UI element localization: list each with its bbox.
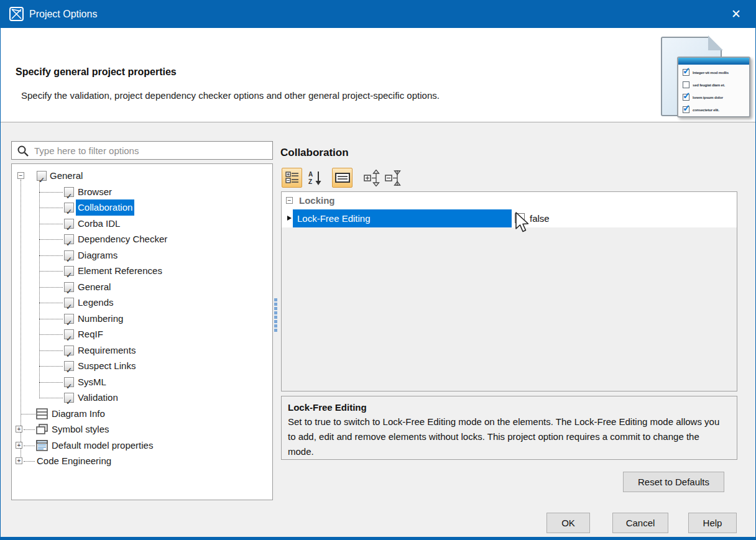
options-tree: − ✓ General ✓ Browser ✓ Collaboration ✓ …: [11, 163, 273, 500]
diagram-info-icon: [36, 408, 48, 419]
options-illustration: ✓ Integer-vit mod mollis sed feugiat dia…: [657, 32, 752, 120]
help-button[interactable]: Help: [688, 513, 737, 533]
expand-toggle-icon[interactable]: +: [16, 457, 22, 464]
tree-item-reqif[interactable]: ✓ ReqIF: [12, 326, 272, 342]
ok-button[interactable]: OK: [546, 513, 590, 533]
expand-toggle-icon[interactable]: +: [16, 426, 22, 432]
property-row-lock-free-editing[interactable]: Lock-Free Editing false: [282, 209, 737, 227]
tree-item-symbol-styles[interactable]: + Symbol styles: [12, 421, 272, 437]
checked-box-icon: ✓: [683, 69, 689, 76]
tree-item-legends[interactable]: ✓ Legends: [12, 295, 272, 311]
model-properties-icon: [36, 440, 48, 451]
description-icon: [335, 173, 350, 183]
collapse-group-icon[interactable]: −: [286, 197, 293, 204]
tree-item-validation[interactable]: ✓ Validation: [12, 390, 272, 406]
header-title: Specify general project properties: [16, 66, 177, 78]
checkbox[interactable]: ✓: [64, 282, 74, 292]
checked-box-icon: ✓: [683, 106, 689, 113]
tree-item-requirements[interactable]: ✓ Requirements: [12, 342, 272, 359]
categorized-view-icon: [285, 172, 299, 184]
tree-item-general[interactable]: ✓ General: [12, 279, 272, 295]
checkbox[interactable]: ✓: [64, 234, 74, 244]
tree-item-dependency-checker[interactable]: ✓ Dependency Checker: [12, 231, 272, 247]
checkbox[interactable]: ✓: [37, 171, 47, 181]
symbol-styles-icon: [36, 424, 48, 435]
svg-text:A: A: [308, 171, 313, 178]
tree-item-general-root[interactable]: − ✓ General: [12, 168, 272, 184]
row-marker-icon: [287, 216, 292, 221]
tree-item-collaboration[interactable]: ✓ Collaboration: [12, 199, 272, 216]
sort-alphabetically-button[interactable]: A Z: [308, 170, 325, 186]
checkbox[interactable]: ✓: [64, 361, 74, 371]
description-panel: Lock-Free Editing Set to true to switch …: [281, 396, 737, 460]
panel-splitter[interactable]: [274, 297, 278, 341]
dialog-header: Specify general project properties Speci…: [1, 28, 755, 122]
checkbox[interactable]: ✓: [64, 393, 74, 403]
property-name[interactable]: Lock-Free Editing: [293, 209, 512, 227]
collapse-all-button[interactable]: [385, 170, 402, 186]
search-icon: [17, 145, 29, 157]
svg-text:Z: Z: [308, 178, 312, 185]
checklist-titlebar-graphic: [678, 58, 749, 65]
tree-item-code-engineering[interactable]: + Code Engineering: [12, 453, 272, 469]
group-label: Locking: [299, 192, 335, 209]
tree-item-element-references[interactable]: ✓ Element References: [12, 263, 272, 279]
checklist-row: ✓ consectetur elit.: [683, 106, 719, 114]
tree-item-numbering[interactable]: ✓ Numbering: [12, 311, 272, 327]
project-options-dialog: Project Options ✕ Specify general projec…: [0, 0, 756, 540]
checklist-graphic: ✓ Integer-vit mod mollis sed feugiat dia…: [677, 57, 750, 117]
panel-title: Collaboration: [280, 147, 349, 159]
tree-item-corba-idl[interactable]: ✓ Corba IDL: [12, 216, 272, 232]
checkbox[interactable]: ✓: [64, 346, 74, 355]
reset-to-defaults-button[interactable]: Reset to Defaults: [623, 472, 724, 492]
description-title: Lock-Free Editing: [288, 400, 731, 414]
collapse-toggle-icon[interactable]: −: [17, 172, 24, 179]
checkbox[interactable]: ✓: [64, 314, 74, 324]
categorized-view-button[interactable]: [282, 168, 302, 188]
window-title: Project Options: [29, 0, 97, 28]
checkbox[interactable]: ✓: [64, 329, 74, 339]
header-subtitle: Specify the validation, project dependen…: [21, 90, 440, 101]
checkbox[interactable]: ✓: [64, 250, 74, 260]
filter-box: [11, 141, 273, 160]
checkbox[interactable]: ✓: [64, 219, 74, 229]
app-icon: [9, 7, 24, 21]
group-row-locking[interactable]: − Locking: [282, 192, 737, 209]
titlebar: Project Options ✕: [1, 0, 755, 28]
unchecked-box-icon: [683, 81, 689, 88]
tree-item-default-model-properties[interactable]: + Default model properties: [12, 437, 272, 454]
checklist-row: ✓ lorem ipsum dolor: [683, 93, 723, 101]
checkbox[interactable]: ✓: [64, 187, 74, 197]
property-value[interactable]: false: [530, 209, 550, 227]
page-fold-graphic: [708, 35, 723, 50]
checklist-row: sed feugiat diam et.: [683, 81, 725, 89]
selected-tree-item[interactable]: Collaboration: [76, 199, 134, 216]
close-button[interactable]: ✕: [726, 0, 747, 28]
description-text: Set to true to switch to Lock-Free Editi…: [288, 414, 723, 459]
property-grid: − Locking Lock-Free Editing false: [281, 191, 737, 391]
tree-item-diagram-info[interactable]: Diagram Info: [12, 406, 272, 422]
checkbox[interactable]: ✓: [64, 203, 74, 213]
tree-item-browser[interactable]: ✓ Browser: [12, 184, 272, 200]
checked-box-icon: ✓: [683, 94, 689, 101]
tree-item-suspect-links[interactable]: ✓ Suspect Links: [12, 358, 272, 374]
expand-all-button[interactable]: [364, 170, 381, 186]
checklist-row: ✓ Integer-vit mod mollis: [683, 68, 729, 76]
filter-input[interactable]: [34, 142, 270, 158]
show-description-button[interactable]: [332, 168, 353, 188]
expand-toggle-icon[interactable]: +: [16, 442, 22, 449]
checkbox[interactable]: ✓: [64, 298, 74, 308]
checkbox[interactable]: ✓: [64, 266, 74, 276]
tree-item-sysml[interactable]: ✓ SysML: [12, 374, 272, 390]
cancel-button[interactable]: Cancel: [612, 513, 668, 533]
checkbox[interactable]: ✓: [64, 377, 74, 387]
value-checkbox[interactable]: [515, 213, 525, 223]
tree-item-diagrams[interactable]: ✓ Diagrams: [12, 247, 272, 263]
